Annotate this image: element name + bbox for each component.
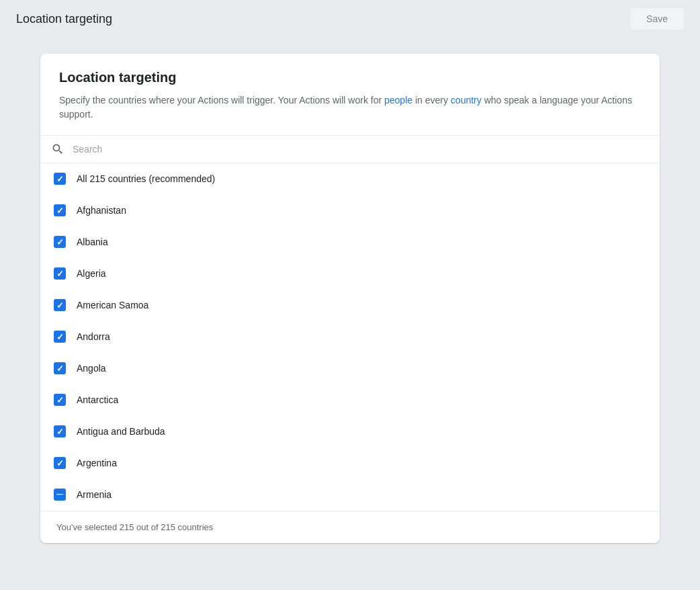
checkbox: ✓ [54, 204, 66, 216]
checkbox: ✓ [54, 299, 66, 311]
search-icon [51, 142, 64, 156]
country-item[interactable]: ✓Algeria [40, 258, 660, 290]
checkmark-icon: ✓ [56, 238, 64, 247]
checkmark-icon: ✓ [56, 333, 64, 341]
checkbox: ✓ [54, 362, 66, 374]
country-item[interactable]: ✓Afghanistan [40, 195, 660, 226]
location-targeting-card: Location targeting Specify the countries… [40, 54, 660, 543]
save-button[interactable]: Save [630, 8, 684, 30]
checkmark-icon: ✓ [56, 396, 64, 405]
checkmark-icon: ✓ [56, 301, 64, 310]
checkbox: ✓ [54, 394, 66, 406]
country-item[interactable]: ✓Angola [40, 353, 660, 384]
checkmark-icon: ✓ [56, 427, 64, 436]
country-name: Antigua and Barbuda [77, 426, 165, 437]
country-name: Algeria [77, 268, 106, 279]
checkbox: ✓ [54, 425, 66, 437]
country-item[interactable]: ✓Argentina [40, 448, 660, 479]
checkmark-icon: ✓ [56, 364, 64, 373]
country-list[interactable]: ✓All 215 countries (recommended)✓Afghani… [40, 163, 660, 511]
country-link[interactable]: country [451, 95, 482, 106]
country-name: Afghanistan [77, 205, 126, 216]
country-item[interactable]: ✓Albania [40, 226, 660, 258]
country-item[interactable]: ✓All 215 countries (recommended) [40, 163, 660, 195]
country-item[interactable]: ✓American Samoa [40, 290, 660, 321]
checkbox: ✓ [54, 331, 66, 343]
country-name: Armenia [77, 489, 112, 500]
card-footer: You've selected 215 out of 215 countries [40, 511, 660, 543]
country-name: All 215 countries (recommended) [77, 173, 215, 184]
checkbox: ✓ [54, 267, 66, 280]
search-container [40, 136, 660, 163]
country-item[interactable]: ✓Antigua and Barbuda [40, 416, 660, 448]
country-name: Albania [77, 237, 108, 247]
country-item[interactable]: ✓Antarctica [40, 384, 660, 416]
checkmark-icon: ✓ [56, 269, 64, 278]
checkmark-icon: ✓ [56, 206, 64, 215]
top-bar: Location targeting Save [0, 0, 700, 38]
checkbox: ✓ [54, 236, 66, 248]
card-header: Location targeting Specify the countries… [40, 54, 660, 136]
country-name: Angola [77, 363, 106, 374]
country-name: Argentina [77, 458, 117, 468]
country-name: American Samoa [77, 300, 148, 310]
checkbox: ✓ [54, 457, 66, 469]
selection-status: You've selected 215 out of 215 countries [56, 522, 213, 532]
checkbox: ✓ [54, 173, 66, 185]
card-title: Location targeting [59, 70, 641, 85]
checkbox: — [54, 489, 66, 501]
page-title: Location targeting [16, 12, 112, 26]
checkmark-icon: ✓ [56, 459, 64, 468]
country-item[interactable]: —Armenia [40, 479, 660, 511]
country-item[interactable]: ✓Andorra [40, 321, 660, 353]
country-name: Antarctica [77, 394, 118, 405]
search-input[interactable] [73, 144, 649, 155]
people-link[interactable]: people [384, 95, 412, 106]
main-content: Location targeting Specify the countries… [0, 38, 700, 559]
country-name: Andorra [77, 331, 110, 342]
checkmark-icon: ✓ [56, 175, 64, 183]
checkmark-icon: — [56, 491, 63, 498]
card-description: Specify the countries where your Actions… [59, 93, 641, 122]
